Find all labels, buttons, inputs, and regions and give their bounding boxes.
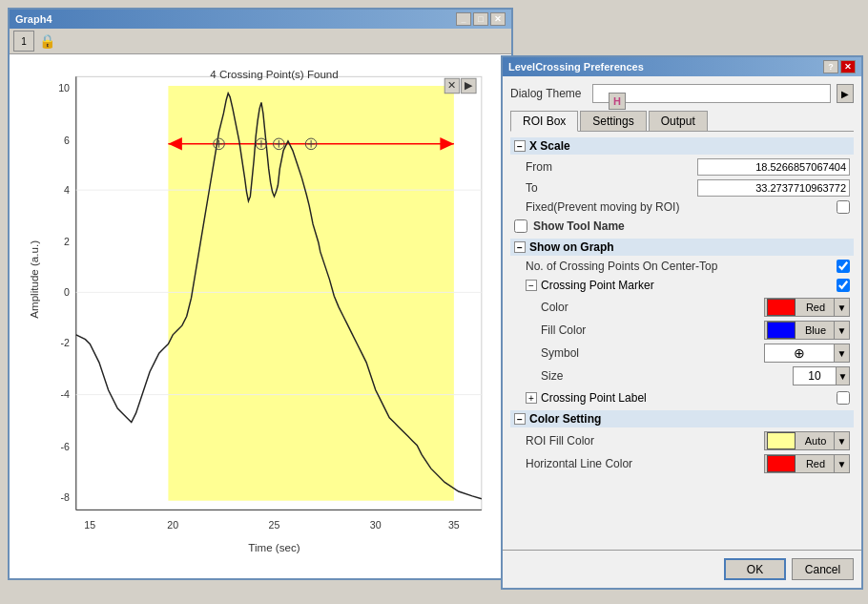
horizontal-line-color-row: Horizontal Line Color Red ▼ — [510, 454, 854, 473]
color-swatch-red — [767, 299, 796, 316]
theme-input[interactable] — [592, 84, 831, 103]
horizontal-line-color-dropdown[interactable]: Red ▼ — [764, 454, 850, 473]
show-on-graph-label: Show on Graph — [529, 240, 614, 254]
color-label: Color — [514, 301, 764, 314]
dialog-title: LevelCrossing Preferences — [508, 61, 644, 73]
graph-toolbar: 1 🔒 — [10, 29, 511, 54]
size-row: Size 10 ▼ — [510, 366, 854, 385]
color-setting-section-header[interactable]: − Color Setting — [510, 410, 854, 427]
fixed-label: Fixed(Prevent moving by ROI) — [514, 200, 837, 214]
svg-text:4 Crossing Point(s) Found: 4 Crossing Point(s) Found — [210, 69, 338, 80]
roi-fill-color-dropdown[interactable]: Auto ▼ — [764, 431, 850, 450]
toolbar-button-1[interactable]: 1 — [13, 31, 34, 52]
dialog-controls: ? ✕ — [823, 60, 856, 73]
svg-text:6: 6 — [64, 135, 70, 146]
fixed-checkbox[interactable] — [837, 200, 850, 214]
graph-content: 0 4 10 -4 -8 6 2 -2 -6 20 25 30 35 15 Am… — [10, 54, 511, 578]
dialog-help-button[interactable]: ? — [823, 60, 838, 73]
crossing-points-checkbox[interactable] — [837, 260, 850, 273]
fill-color-row: Fill Color Blue ▼ — [510, 321, 854, 340]
symbol-label: Symbol — [514, 346, 764, 360]
show-tool-name-label: Show Tool Name — [533, 219, 625, 233]
graph-window: Graph4 _ □ ✕ 1 🔒 — [8, 8, 513, 580]
svg-text:Amplitude (a.u.): Amplitude (a.u.) — [29, 240, 40, 319]
cancel-button[interactable]: Cancel — [792, 558, 854, 580]
size-value: 10 — [794, 369, 836, 383]
horizontal-line-color-dropdown-arrow: ▼ — [834, 455, 849, 472]
crossing-point-marker-checkbox[interactable] — [837, 279, 850, 292]
graph-titlebar: Graph4 _ □ ✕ — [10, 10, 511, 29]
size-dropdown-arrow: ▼ — [836, 367, 849, 385]
crossing-point-label-label: Crossing Point Label — [541, 391, 647, 405]
horizontal-line-color-dropdown-label: Red — [797, 458, 834, 469]
close-button[interactable]: ✕ — [490, 12, 506, 26]
horizontal-line-color-swatch — [767, 455, 796, 472]
fixed-row: Fixed(Prevent moving by ROI) — [510, 200, 854, 214]
roi-fill-color-dropdown-label: Auto — [797, 435, 834, 447]
roi-fill-color-dropdown-arrow: ▼ — [834, 432, 849, 449]
chart-svg: 0 4 10 -4 -8 6 2 -2 -6 20 25 30 35 15 Am… — [13, 58, 507, 574]
crossing-point-marker-subsection[interactable]: − Crossing Point Marker — [510, 277, 854, 294]
from-row: From — [510, 158, 854, 176]
symbol-value: ⊕ — [765, 345, 834, 361]
symbol-dropdown[interactable]: ⊕ ▼ — [764, 344, 850, 363]
fill-color-dropdown-label: Blue — [797, 324, 834, 336]
graph-title: Graph4 — [15, 13, 52, 25]
ok-button[interactable]: OK — [724, 558, 786, 580]
color-row: Color Red ▼ — [510, 298, 854, 317]
size-label: Size — [514, 369, 793, 383]
crossing-point-label-checkbox[interactable] — [837, 391, 850, 405]
fill-color-dropdown-arrow: ▼ — [834, 322, 849, 339]
roi-fill-color-label: ROI Fill Color — [514, 434, 764, 448]
from-input[interactable] — [697, 158, 850, 176]
dialog-titlebar: LevelCrossing Preferences ? ✕ — [503, 57, 861, 76]
svg-text:▶: ▶ — [465, 79, 473, 91]
dialog-content: Dialog Theme ▶ ROI Box Settings Output −… — [503, 76, 861, 550]
color-dropdown[interactable]: Red ▼ — [764, 298, 850, 317]
tab-roi-box[interactable]: ROI Box — [510, 111, 578, 132]
x-scale-section-header[interactable]: − X Scale — [510, 137, 854, 155]
x-scale-label: X Scale — [529, 139, 570, 153]
svg-text:2: 2 — [64, 236, 70, 247]
svg-text:✕: ✕ — [447, 79, 456, 91]
size-dropdown[interactable]: 10 ▼ — [793, 366, 850, 385]
color-dropdown-arrow: ▼ — [834, 299, 849, 316]
svg-text:Time (sec): Time (sec) — [248, 542, 300, 553]
to-input[interactable] — [697, 179, 850, 197]
minimize-button[interactable]: _ — [456, 12, 471, 26]
graph-window-controls: _ □ ✕ — [456, 12, 506, 26]
lock-icon: 🔒 — [36, 31, 57, 52]
symbol-dropdown-arrow: ▼ — [834, 344, 849, 362]
show-on-graph-section-header[interactable]: − Show on Graph — [510, 239, 854, 256]
svg-text:-6: -6 — [61, 441, 71, 452]
fill-color-label: Fill Color — [514, 323, 764, 337]
fill-color-swatch-blue — [767, 322, 796, 339]
tab-settings[interactable]: Settings — [580, 111, 646, 131]
tabs-container: ROI Box Settings Output — [510, 111, 854, 132]
from-label: From — [514, 160, 697, 174]
fill-color-dropdown[interactable]: Blue ▼ — [764, 321, 850, 340]
svg-text:20: 20 — [167, 519, 178, 531]
crossing-point-marker-label: Crossing Point Marker — [541, 279, 654, 292]
crossing-points-label: No. of Crossing Points On Center-Top — [514, 260, 837, 273]
h-button[interactable]: H — [609, 93, 626, 110]
maximize-button[interactable]: □ — [473, 12, 488, 26]
dialog-close-button[interactable]: ✕ — [840, 60, 856, 73]
crossing-point-label-subsection[interactable]: + Crossing Point Label — [510, 389, 854, 406]
svg-text:-8: -8 — [61, 491, 71, 503]
crossing-point-label-collapse-icon: + — [526, 392, 537, 404]
to-label: To — [514, 181, 697, 195]
tab-output[interactable]: Output — [649, 111, 708, 131]
svg-text:10: 10 — [58, 82, 70, 94]
chart-area: 0 4 10 -4 -8 6 2 -2 -6 20 25 30 35 15 Am… — [13, 58, 507, 574]
to-row: To — [510, 179, 854, 197]
crossing-point-marker-collapse-icon: − — [526, 280, 537, 291]
x-scale-collapse-icon: − — [514, 140, 526, 152]
show-tool-name-checkbox[interactable] — [514, 219, 527, 233]
roi-fill-color-row: ROI Fill Color Auto ▼ — [510, 431, 854, 450]
theme-arrow-button[interactable]: ▶ — [837, 84, 854, 103]
color-setting-collapse-icon: − — [514, 413, 526, 425]
svg-text:-2: -2 — [61, 337, 71, 348]
theme-row: Dialog Theme ▶ — [510, 84, 854, 103]
color-setting-label: Color Setting — [529, 412, 601, 426]
